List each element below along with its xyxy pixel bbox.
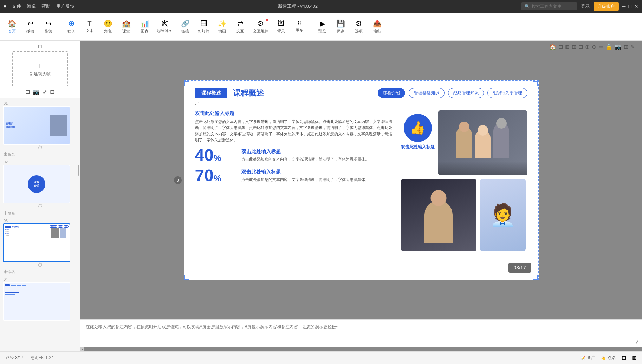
menu-file[interactable]: 文件 [12,3,21,9]
menu-edit[interactable]: 编辑 [27,3,36,9]
copy-tool-icon[interactable]: ⊡ [558,44,563,50]
transform-button[interactable]: ⤢ [43,89,47,95]
character-emoji: 🧑‍💼 [489,202,516,227]
layout-tool-icon[interactable]: ⊟ [578,44,583,50]
toolbar-export[interactable]: 📤 输出 [369,18,385,35]
roll-call-label: 点名 [608,355,616,361]
separator-2 [311,18,311,35]
stat-desc-2[interactable]: 点击此处添加您的文本内容，文字条理清晰，简洁明了，字体为思源黑体。 [241,177,369,183]
crop-tool-icon[interactable]: ⊞ [572,44,576,50]
export-label: 输出 [373,28,381,34]
tab-org-behavior[interactable]: 组织行为学管理 [487,88,527,98]
menu-feedback[interactable]: 用户反馈 [56,3,74,9]
stat-desc-1[interactable]: 点击此处添加您的文本内容，文字条理清晰，简洁明了，字体为思源黑体。 [241,156,369,162]
toolbar-preview[interactable]: ▶ 预览 [314,18,331,35]
notes-expand-button[interactable]: ⤢ [632,320,642,347]
thumb04-bar-2 [5,294,15,295]
extra-button[interactable]: ⊟ [50,89,54,95]
copy-frame-button[interactable]: ⊡ [25,89,30,95]
slide-item-3: 03 课程概述 课程介绍 管理 战略 [3,219,77,274]
preview-label: 预览 [318,28,326,34]
minimize-button[interactable]: ─ [622,4,626,9]
slide-thumb-4[interactable] [3,282,70,321]
scrollbar[interactable] [78,165,79,176]
toolbar-save[interactable]: 💾 保存 [332,18,349,35]
head-1 [459,122,469,132]
fullscreen-icon[interactable]: ⊠ [632,355,636,361]
toolbar-interact-widget[interactable]: ⚙ 交互组件 [250,18,271,35]
thumb04-line-1 [11,285,16,286]
upgrade-button[interactable]: 升级账户 [594,2,619,11]
menu-help[interactable]: 帮助 [41,3,51,9]
maximize-button[interactable]: □ [629,4,631,9]
options-label: 选项 [355,28,363,34]
toolbar-insert[interactable]: ⊕ 插入 [63,18,80,35]
flip-tool-icon[interactable]: ⊠ [565,44,570,50]
thumb03-right [51,228,69,260]
toolbar-text[interactable]: T 文本 [81,19,98,35]
slide-thumb-1[interactable]: 管理学培训课程 [3,106,70,145]
new-frame-button[interactable]: + 新建镜头帧 [12,51,68,86]
slide-thumb-2[interactable]: 课程介绍 [3,165,70,203]
align-icon[interactable]: ⊨ [598,44,603,50]
notes-button[interactable]: 📝 备注 [580,355,595,361]
lock-icon[interactable]: 🔒 [605,44,612,50]
toolbar-options[interactable]: ⚙ 选项 [350,18,367,35]
toolbar-character[interactable]: 🙂 角色 [99,18,116,35]
text-label: 文本 [86,28,93,33]
tab-course-intro[interactable]: 课程介绍 [378,88,405,98]
slide-number-3: 03 [3,219,77,223]
slide-canvas[interactable]: 课程概述 课程概述 课程介绍 管理基础知识 战略管理知识 组织行为学管理 • [184,80,539,280]
right-panel-toggle[interactable]: › [80,347,84,351]
edit-tool-icon[interactable]: ✎ [630,44,635,50]
slide-container: 3 课程概述 课程概述 课程介绍 管理基础知识 [184,80,539,280]
thumbs-label[interactable]: 双击此处输入标题 [401,144,435,150]
main-title-hint[interactable]: 双击此处输入标题 [195,110,394,117]
slideshow-label: 幻灯片 [198,28,209,34]
thumb03-stat-40: 40% [5,228,50,231]
toolbar-classroom[interactable]: 🏫 课堂 [118,18,135,35]
toolbar-more[interactable]: ⠿ 更多 [291,19,308,34]
home-tool-icon[interactable]: 🏠 [549,44,556,50]
thumb03-text-70: 文本内容 [5,235,50,236]
camera-icon[interactable]: 📷 [615,44,622,50]
working-photo-bg [401,179,476,251]
search-box[interactable]: 🔍 [521,2,577,10]
toolbar-home[interactable]: 🏠 首页 [4,18,20,35]
toolbar-slideshow[interactable]: 🎞 幻灯片 [195,18,212,35]
toolbar-interact[interactable]: ⇄ 文互 [232,18,249,35]
screen-record-icon[interactable]: ⊡ [622,355,626,361]
screenshot-button[interactable]: 📷 [33,89,40,95]
zoom-out-icon[interactable]: ⊖ [592,44,596,50]
more-label: 更多 [296,28,303,33]
zoom-in-icon[interactable]: ⊕ [585,44,590,50]
thumb03-title: 课程概述 [12,226,19,228]
toolbar-link[interactable]: 🔗 链接 [177,18,194,35]
toolbar-mindmap[interactable]: 🕸 思维导图 [154,19,175,35]
slide-thumb-3[interactable]: 课程概述 课程介绍 管理 战略 40% 文本内容 [3,223,70,262]
search-input[interactable] [532,4,574,9]
toolbar-background[interactable]: 🖼 背景 [273,18,290,35]
notes-area: ⤢ [80,319,642,347]
thumb01-text: 管理学培训课程 [6,122,48,129]
slide-number-badge: 3 [174,176,182,184]
toolbar-redo[interactable]: ↪ 恢复 [40,18,57,35]
notes-input[interactable] [80,320,632,347]
toolbar-chart[interactable]: 📊 图表 [136,18,153,35]
stat-title-1[interactable]: 双击此处输入标题 [241,149,369,155]
close-button[interactable]: ✕ [634,4,638,9]
main-text[interactable]: 点击此处添加您的文本内容，文字条理清晰，简洁明了，字体为思源黑体。点击此处添加您… [195,119,394,143]
grid-icon[interactable]: ⊞ [624,44,628,50]
interact-icon: ⇄ [238,19,244,28]
thumb03-tab-3: 战略 [64,225,69,228]
slide-item-4: 04 [3,277,77,321]
toolbar-animation[interactable]: ✨ 动画 [214,18,231,35]
thumb03-stat-70: 70% [5,232,50,235]
tab-strategy[interactable]: 战略管理知识 [448,88,484,98]
roll-call-button[interactable]: 👆 点名 [601,355,616,361]
toolbar-undo[interactable]: ↩ 撤销 [22,18,39,35]
thumb03-header: 课程概述 课程介绍 管理 战略 [5,225,69,228]
login-button[interactable]: 登录 [581,3,590,9]
stat-title-2[interactable]: 双击此处输入标题 [241,169,369,175]
tab-mgmt-basics[interactable]: 管理基础知识 [409,88,445,98]
